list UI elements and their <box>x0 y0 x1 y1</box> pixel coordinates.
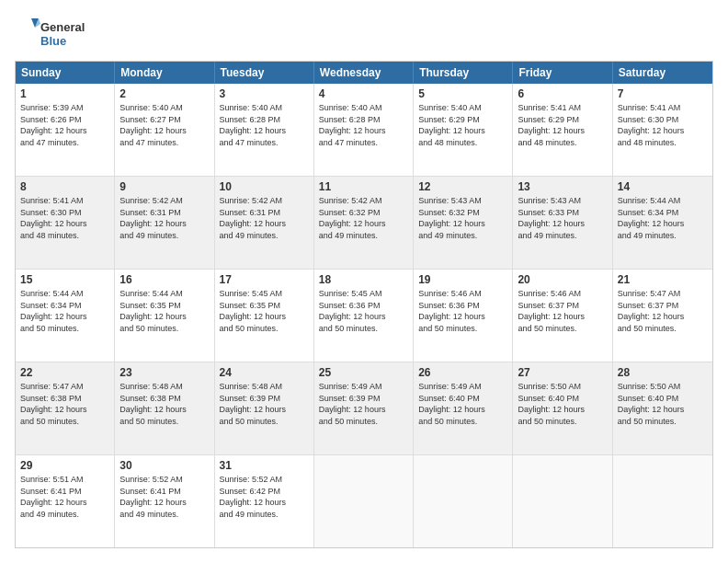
cal-cell-empty <box>513 455 612 547</box>
day-number: 19 <box>418 272 507 287</box>
cell-info: Sunrise: 5:44 AMSunset: 6:34 PMDaylight:… <box>618 195 708 241</box>
cal-cell-21: 21Sunrise: 5:47 AMSunset: 6:37 PMDayligh… <box>613 270 712 362</box>
day-number: 25 <box>319 365 408 380</box>
cal-cell-12: 12Sunrise: 5:43 AMSunset: 6:32 PMDayligh… <box>414 177 513 269</box>
cell-info: Sunrise: 5:52 AMSunset: 6:41 PMDaylight:… <box>119 474 209 520</box>
header-day-wednesday: Wednesday <box>314 62 414 84</box>
cell-info: Sunrise: 5:42 AMSunset: 6:31 PMDaylight:… <box>220 195 309 241</box>
cal-cell-19: 19Sunrise: 5:46 AMSunset: 6:36 PMDayligh… <box>414 270 513 362</box>
cell-info: Sunrise: 5:50 AMSunset: 6:40 PMDaylight:… <box>618 381 708 427</box>
cal-cell-14: 14Sunrise: 5:44 AMSunset: 6:34 PMDayligh… <box>613 177 712 269</box>
cal-cell-7: 7Sunrise: 5:41 AMSunset: 6:30 PMDaylight… <box>613 84 712 176</box>
cal-cell-22: 22Sunrise: 5:47 AMSunset: 6:38 PMDayligh… <box>16 362 115 454</box>
day-number: 6 <box>518 86 607 101</box>
cal-cell-empty <box>314 455 414 547</box>
cell-info: Sunrise: 5:43 AMSunset: 6:32 PMDaylight:… <box>418 195 507 241</box>
day-number: 13 <box>518 179 607 194</box>
cell-info: Sunrise: 5:45 AMSunset: 6:35 PMDaylight:… <box>220 288 309 334</box>
day-number: 14 <box>618 179 708 194</box>
cal-cell-10: 10Sunrise: 5:42 AMSunset: 6:31 PMDayligh… <box>215 177 314 269</box>
cell-info: Sunrise: 5:40 AMSunset: 6:29 PMDaylight:… <box>418 102 507 148</box>
day-number: 28 <box>618 365 708 380</box>
day-number: 8 <box>20 179 109 194</box>
day-number: 16 <box>119 272 209 287</box>
cal-cell-16: 16Sunrise: 5:44 AMSunset: 6:35 PMDayligh… <box>115 270 214 362</box>
svg-text:General: General <box>40 20 85 34</box>
day-number: 31 <box>220 458 309 473</box>
day-number: 15 <box>20 272 109 287</box>
cal-cell-25: 25Sunrise: 5:49 AMSunset: 6:39 PMDayligh… <box>314 362 414 454</box>
cal-cell-18: 18Sunrise: 5:45 AMSunset: 6:36 PMDayligh… <box>314 270 414 362</box>
cal-cell-empty <box>414 455 513 547</box>
cell-info: Sunrise: 5:48 AMSunset: 6:39 PMDaylight:… <box>220 381 309 427</box>
cell-info: Sunrise: 5:43 AMSunset: 6:33 PMDaylight:… <box>518 195 607 241</box>
day-number: 1 <box>20 86 109 101</box>
day-number: 5 <box>418 86 507 101</box>
cell-info: Sunrise: 5:42 AMSunset: 6:32 PMDaylight:… <box>319 195 408 241</box>
day-number: 10 <box>220 179 309 194</box>
cell-info: Sunrise: 5:52 AMSunset: 6:42 PMDaylight:… <box>220 474 309 520</box>
day-number: 21 <box>618 272 708 287</box>
cell-info: Sunrise: 5:50 AMSunset: 6:40 PMDaylight:… <box>518 381 607 427</box>
header-day-tuesday: Tuesday <box>215 62 314 84</box>
cal-cell-8: 8Sunrise: 5:41 AMSunset: 6:30 PMDaylight… <box>16 177 115 269</box>
cal-cell-5: 5Sunrise: 5:40 AMSunset: 6:29 PMDaylight… <box>414 84 513 176</box>
cell-info: Sunrise: 5:42 AMSunset: 6:31 PMDaylight:… <box>119 195 209 241</box>
cal-cell-20: 20Sunrise: 5:46 AMSunset: 6:37 PMDayligh… <box>513 270 612 362</box>
cell-info: Sunrise: 5:40 AMSunset: 6:28 PMDaylight:… <box>319 102 408 148</box>
day-number: 20 <box>518 272 607 287</box>
cal-cell-1: 1Sunrise: 5:39 AMSunset: 6:26 PMDaylight… <box>16 84 115 176</box>
calendar-week-3: 15Sunrise: 5:44 AMSunset: 6:34 PMDayligh… <box>16 269 712 362</box>
cell-info: Sunrise: 5:44 AMSunset: 6:35 PMDaylight:… <box>119 288 209 334</box>
calendar-body: 1Sunrise: 5:39 AMSunset: 6:26 PMDaylight… <box>16 84 712 547</box>
calendar-week-5: 29Sunrise: 5:51 AMSunset: 6:41 PMDayligh… <box>16 454 712 547</box>
header-day-monday: Monday <box>115 62 214 84</box>
cell-info: Sunrise: 5:41 AMSunset: 6:30 PMDaylight:… <box>618 102 708 148</box>
cell-info: Sunrise: 5:39 AMSunset: 6:26 PMDaylight:… <box>20 102 109 148</box>
logo-svg: General Blue <box>15 15 97 52</box>
cal-cell-26: 26Sunrise: 5:49 AMSunset: 6:40 PMDayligh… <box>414 362 513 454</box>
header-day-thursday: Thursday <box>414 62 513 84</box>
day-number: 27 <box>518 365 607 380</box>
calendar: SundayMondayTuesdayWednesdayThursdayFrid… <box>15 61 713 548</box>
day-number: 18 <box>319 272 408 287</box>
logo: General Blue <box>15 15 97 52</box>
cal-cell-27: 27Sunrise: 5:50 AMSunset: 6:40 PMDayligh… <box>513 362 612 454</box>
day-number: 23 <box>119 365 209 380</box>
header-day-friday: Friday <box>513 62 612 84</box>
svg-text:Blue: Blue <box>40 34 66 48</box>
cell-info: Sunrise: 5:41 AMSunset: 6:29 PMDaylight:… <box>518 102 607 148</box>
cal-cell-28: 28Sunrise: 5:50 AMSunset: 6:40 PMDayligh… <box>613 362 712 454</box>
calendar-header: SundayMondayTuesdayWednesdayThursdayFrid… <box>16 62 712 84</box>
day-number: 22 <box>20 365 109 380</box>
header-day-sunday: Sunday <box>16 62 115 84</box>
cal-cell-11: 11Sunrise: 5:42 AMSunset: 6:32 PMDayligh… <box>314 177 414 269</box>
calendar-week-4: 22Sunrise: 5:47 AMSunset: 6:38 PMDayligh… <box>16 362 712 454</box>
cell-info: Sunrise: 5:46 AMSunset: 6:36 PMDaylight:… <box>418 288 507 334</box>
day-number: 26 <box>418 365 507 380</box>
cell-info: Sunrise: 5:41 AMSunset: 6:30 PMDaylight:… <box>20 195 109 241</box>
header-day-saturday: Saturday <box>613 62 712 84</box>
cell-info: Sunrise: 5:49 AMSunset: 6:40 PMDaylight:… <box>418 381 507 427</box>
page: General Blue SundayMondayTuesdayWednesda… <box>0 0 728 563</box>
day-number: 30 <box>119 458 209 473</box>
day-number: 3 <box>220 86 309 101</box>
day-number: 11 <box>319 179 408 194</box>
cal-cell-31: 31Sunrise: 5:52 AMSunset: 6:42 PMDayligh… <box>215 455 314 547</box>
cell-info: Sunrise: 5:46 AMSunset: 6:37 PMDaylight:… <box>518 288 607 334</box>
cal-cell-17: 17Sunrise: 5:45 AMSunset: 6:35 PMDayligh… <box>215 270 314 362</box>
cell-info: Sunrise: 5:49 AMSunset: 6:39 PMDaylight:… <box>319 381 408 427</box>
calendar-week-2: 8Sunrise: 5:41 AMSunset: 6:30 PMDaylight… <box>16 176 712 269</box>
cell-info: Sunrise: 5:51 AMSunset: 6:41 PMDaylight:… <box>20 474 109 520</box>
cal-cell-24: 24Sunrise: 5:48 AMSunset: 6:39 PMDayligh… <box>215 362 314 454</box>
day-number: 7 <box>618 86 708 101</box>
cal-cell-2: 2Sunrise: 5:40 AMSunset: 6:27 PMDaylight… <box>115 84 214 176</box>
cell-info: Sunrise: 5:45 AMSunset: 6:36 PMDaylight:… <box>319 288 408 334</box>
cell-info: Sunrise: 5:44 AMSunset: 6:34 PMDaylight:… <box>20 288 109 334</box>
cal-cell-3: 3Sunrise: 5:40 AMSunset: 6:28 PMDaylight… <box>215 84 314 176</box>
cal-cell-13: 13Sunrise: 5:43 AMSunset: 6:33 PMDayligh… <box>513 177 612 269</box>
cal-cell-empty <box>613 455 712 547</box>
day-number: 29 <box>20 458 109 473</box>
header: General Blue <box>15 15 713 52</box>
cal-cell-6: 6Sunrise: 5:41 AMSunset: 6:29 PMDaylight… <box>513 84 612 176</box>
